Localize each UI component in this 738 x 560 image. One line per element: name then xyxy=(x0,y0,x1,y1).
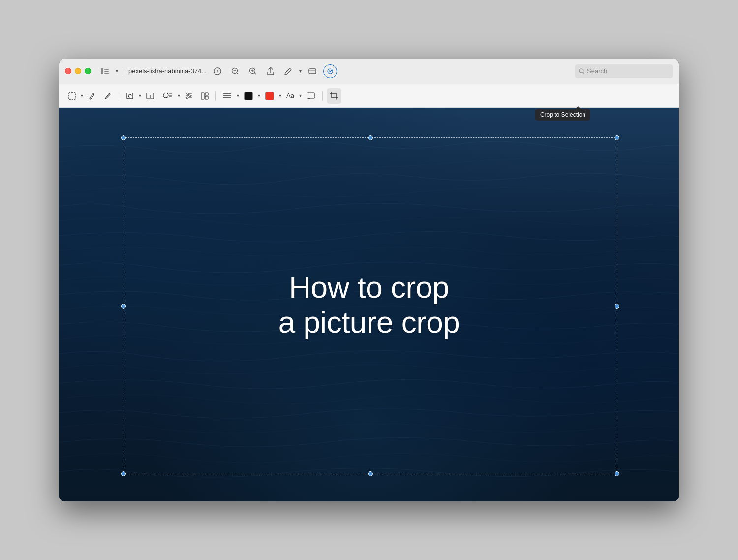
border-chevron-icon: ▾ xyxy=(258,93,260,98)
app-window: ▾ pexels-lisha-riabinina-374... i xyxy=(59,59,679,501)
comment-button[interactable] xyxy=(304,88,318,104)
sketch-button[interactable] xyxy=(101,88,115,104)
svg-rect-32 xyxy=(201,93,204,99)
magic-wand-button[interactable] xyxy=(85,88,99,104)
layout-button[interactable] xyxy=(198,88,212,104)
separator2 xyxy=(215,91,216,101)
font-chevron-icon: ▾ xyxy=(299,93,302,98)
divider xyxy=(123,67,123,75)
shapes-button[interactable] xyxy=(123,88,137,104)
selection-chevron-icon: ▾ xyxy=(81,93,83,98)
svg-rect-18 xyxy=(127,93,133,99)
svg-line-16 xyxy=(583,72,584,74)
svg-rect-1 xyxy=(104,69,109,70)
border-button[interactable] xyxy=(241,88,256,104)
border-color-swatch xyxy=(244,92,253,100)
sidebar-toggle-button[interactable] xyxy=(98,63,112,79)
svg-rect-2 xyxy=(104,71,109,72)
separator xyxy=(119,91,119,101)
search-icon xyxy=(579,68,584,74)
selection-tool-button[interactable] xyxy=(65,88,79,104)
svg-point-29 xyxy=(187,93,189,95)
color-button[interactable] xyxy=(262,88,277,104)
stamp-button[interactable] xyxy=(159,88,176,104)
title-bar: ▾ pexels-lisha-riabinina-374... i xyxy=(59,59,679,84)
pencil-button[interactable] xyxy=(281,64,295,78)
svg-rect-38 xyxy=(307,93,315,98)
close-button[interactable] xyxy=(65,68,71,74)
svg-point-15 xyxy=(579,69,583,73)
svg-rect-3 xyxy=(104,73,109,74)
fullscreen-button[interactable] xyxy=(306,64,319,78)
document-title: pexels-lisha-riabinina-374... xyxy=(128,67,207,75)
zoom-in-button[interactable] xyxy=(246,64,260,78)
svg-rect-34 xyxy=(205,96,208,99)
svg-line-12 xyxy=(254,73,256,74)
ocean-waves-svg xyxy=(59,108,679,501)
font-button[interactable]: Aa xyxy=(283,88,297,104)
toolbar: ▾ ▾ T xyxy=(59,84,679,108)
font-label: Aa xyxy=(286,92,294,99)
svg-line-8 xyxy=(237,73,238,74)
separator3 xyxy=(322,91,323,101)
share-button[interactable] xyxy=(264,64,277,78)
canvas-area[interactable]: How to crop a picture crop xyxy=(59,108,679,501)
search-bar[interactable]: Search xyxy=(575,64,673,78)
crop-button[interactable] xyxy=(327,88,341,104)
pencil-chevron-icon: ▾ xyxy=(299,68,302,74)
minimize-button[interactable] xyxy=(75,68,81,74)
annotate-circle-button[interactable] xyxy=(323,64,337,78)
info-button[interactable]: i xyxy=(211,64,224,78)
align-chevron-icon: ▾ xyxy=(237,93,239,98)
svg-rect-33 xyxy=(205,93,208,95)
text-button[interactable]: T xyxy=(143,88,157,104)
svg-rect-0 xyxy=(101,68,103,74)
adjust-button[interactable] xyxy=(182,88,196,104)
svg-text:i: i xyxy=(217,69,218,74)
svg-point-31 xyxy=(186,97,188,99)
sidebar-chevron-icon: ▾ xyxy=(116,68,118,74)
svg-point-30 xyxy=(189,95,191,97)
align-button[interactable] xyxy=(220,88,235,104)
traffic-lights xyxy=(65,68,91,74)
zoom-out-button[interactable] xyxy=(228,64,242,78)
fill-color-swatch xyxy=(265,92,274,100)
maximize-button[interactable] xyxy=(85,68,91,74)
svg-text:T: T xyxy=(149,94,152,99)
svg-point-19 xyxy=(128,94,131,97)
shapes-chevron-icon: ▾ xyxy=(139,93,141,98)
color-chevron-icon: ▾ xyxy=(279,93,281,98)
search-label: Search xyxy=(587,67,607,75)
svg-rect-13 xyxy=(309,69,316,74)
svg-rect-17 xyxy=(68,93,75,99)
stamp-chevron-icon: ▾ xyxy=(178,93,180,98)
